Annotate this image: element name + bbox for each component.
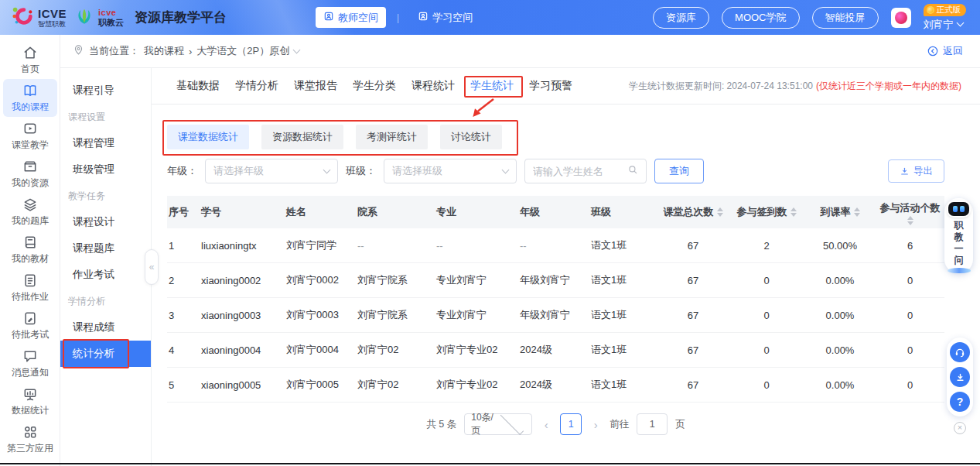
sidebar-item-home[interactable]: 首页 — [0, 41, 60, 79]
help-button[interactable]: ? — [950, 392, 970, 412]
sidebar-item-question-bank[interactable]: 我的题库 — [0, 193, 60, 231]
sidebar-item-third-party-apps[interactable]: 第三方应用 — [0, 420, 60, 458]
table-row[interactable]: 3 xiaoning0003 刘宵宁0003 刘宵宁院系 专业刘宵宁 年级刘宵宁… — [167, 298, 944, 333]
prev-page-button[interactable]: ‹ — [540, 418, 552, 431]
course-menu-item-homework-exam[interactable]: 作业考试 — [60, 262, 151, 288]
mooc-academy-link[interactable]: MOOC学院 — [722, 7, 799, 29]
tab-class-report[interactable]: 课堂报告 — [294, 79, 337, 93]
assistant-label: 职教一问 — [954, 220, 965, 266]
sidebar-item-my-resources[interactable]: 我的资源 — [0, 155, 60, 193]
course-menu-item-guide[interactable]: 课程引导 — [60, 77, 151, 104]
sidebar-item-label: 消息通知 — [12, 366, 49, 379]
table-row[interactable]: 2 xiaoning0002 刘宵宁0002 刘宵宁院系 专业刘宵宁 年级刘宵宁… — [167, 263, 944, 298]
page-size-select[interactable]: 10条/页 — [464, 413, 532, 435]
export-button[interactable]: 导出 — [888, 159, 944, 183]
tab-student-statistics[interactable]: 学生统计 — [470, 79, 514, 93]
sort-icon[interactable] — [854, 207, 860, 217]
sidebar-item-pending-exams[interactable]: 待批考试 — [0, 307, 60, 344]
page-number-1[interactable]: 1 — [560, 413, 582, 435]
sidebar-item-my-courses[interactable]: 我的课程 — [3, 79, 57, 117]
table-row[interactable]: 4 xiaoning0004 刘宵宁0004 刘宵宁02 刘宵宁专业02 202… — [167, 333, 944, 368]
sidebar-item-pending-homework[interactable]: 待批作业 — [0, 269, 60, 307]
breadcrumb-root-link[interactable]: 我的课程 — [144, 44, 184, 58]
ai-assistant-widget[interactable]: 职教一问 — [944, 198, 973, 273]
sort-icon[interactable] — [907, 216, 913, 225]
smart-casting-link[interactable]: 智能投屏 — [812, 7, 879, 29]
cell-department: 刘宵宁院系 — [356, 263, 435, 297]
subtab-resource-data[interactable]: 资源数据统计 — [261, 125, 343, 149]
logo-subtitle: 智慧职教 — [38, 21, 67, 28]
download-center-button[interactable] — [950, 367, 970, 387]
user-menu[interactable]: 正式版 刘宵宁 — [924, 4, 967, 32]
sidebar-item-notifications[interactable]: 消息通知 — [0, 344, 60, 382]
goto-page-input[interactable] — [637, 413, 668, 435]
cell-class: 语文1班 — [589, 228, 657, 262]
back-button[interactable]: 返回 — [927, 44, 963, 58]
menu-label: 作业考试 — [73, 268, 114, 282]
tab-basic-data[interactable]: 基础数据 — [176, 79, 220, 93]
pagination: 共 5 条 10条/页 ‹ 1 › 前往 页 — [167, 413, 944, 435]
cell-department: 刘宵宁02 — [356, 333, 435, 367]
student-name-input[interactable] — [533, 166, 627, 177]
robot-icon — [948, 202, 969, 216]
icve-smart-edu-logo[interactable]: ICVE 智慧职教 — [11, 5, 67, 31]
teacher-space-button[interactable]: 教师空间 — [316, 7, 386, 28]
col-header-attendance-rate[interactable]: 到课率 — [804, 196, 876, 228]
learning-space-button[interactable]: 学习空间 — [410, 7, 480, 28]
col-header-total-classes[interactable]: 课堂总次数 — [657, 196, 729, 228]
col-label: 序号 — [169, 205, 189, 219]
col-header-checkins[interactable]: 参与签到数 — [729, 196, 804, 228]
sidebar-item-my-textbooks[interactable]: 我的教材 — [0, 231, 60, 269]
download-arrow-icon — [954, 372, 966, 383]
customer-service-button[interactable] — [950, 342, 970, 362]
grade-select[interactable]: 请选择年级 — [205, 159, 338, 183]
tab-course-statistics[interactable]: 课程统计 — [411, 79, 455, 93]
cell-student-id: xiaoning0004 — [200, 333, 285, 367]
course-switcher[interactable]: 大学语文（2P）原创 — [196, 44, 299, 58]
tab-learning-warning[interactable]: 学习预警 — [529, 79, 572, 93]
subtab-assessment[interactable]: 考测评统计 — [356, 125, 428, 149]
sort-icon[interactable] — [717, 207, 723, 217]
class-select[interactable]: 请选择班级 — [384, 159, 517, 183]
sort-icon[interactable] — [790, 207, 797, 217]
chevron-down-icon — [500, 411, 523, 434]
course-menu-item-statistical-analysis[interactable]: 统计分析 — [60, 341, 151, 367]
cell-index: 2 — [167, 263, 200, 297]
cell-class: 语文1班 — [589, 333, 657, 367]
subtab-classroom-data[interactable]: 课堂数据统计 — [167, 125, 249, 149]
cell-major: 专业刘宵宁 — [435, 298, 518, 332]
main-content: 基础数据 学情分析 课堂报告 学生分类 课程统计 学生统计 学习预警 学生统计数… — [152, 68, 980, 466]
course-menu-item-course-management[interactable]: 课程管理 — [60, 130, 151, 156]
course-menu-item-course-design[interactable]: 课程设计 — [60, 209, 151, 235]
cell-grade: 年级刘宵宁 — [518, 263, 589, 297]
filter-bar: 年级： 请选择年级 班级： 请选择班级 查询 导出 — [167, 159, 980, 183]
col-label: 参与签到数 — [737, 205, 787, 219]
tab-student-classification[interactable]: 学生分类 — [353, 79, 396, 93]
table-row[interactable]: 1 liuxiaoningtx 刘宵宁同学 -- -- -- 语文1班 67 2… — [167, 228, 944, 263]
course-menu-item-class-management[interactable]: 班级管理 — [60, 156, 151, 183]
course-menu-item-course-grades[interactable]: 课程成绩 — [60, 314, 151, 341]
sidebar-item-label: 待批考试 — [12, 328, 49, 341]
cell-index: 4 — [167, 333, 200, 367]
sidebar-item-classroom-teaching[interactable]: 课堂教学 — [0, 117, 60, 155]
sidebar-collapse-handle[interactable]: « — [145, 249, 159, 285]
sidebar-item-data-statistics[interactable]: 数据统计 — [0, 382, 60, 420]
grade-filter-label: 年级： — [167, 164, 197, 178]
close-floating-toolbar-button[interactable]: × — [954, 422, 966, 434]
next-page-button[interactable]: › — [589, 418, 602, 431]
col-header-activities[interactable]: 参与活动个数 — [876, 196, 944, 228]
subtab-discussion[interactable]: 讨论统计 — [440, 125, 502, 149]
table-row[interactable]: 5 xiaoning0005 刘宵宁0005 刘宵宁02 刘宵宁专业02 202… — [167, 368, 944, 403]
search-icon[interactable] — [627, 164, 638, 178]
resource-library-link[interactable]: 资源库 — [653, 7, 709, 29]
cell-total-classes: 67 — [657, 228, 729, 262]
sidebar-item-label: 我的题库 — [12, 214, 49, 228]
query-button[interactable]: 查询 — [654, 159, 704, 183]
course-menu-item-course-question-bank[interactable]: 课程题库 — [60, 235, 151, 262]
user-avatar[interactable] — [891, 8, 911, 28]
tab-learning-analysis[interactable]: 学情分析 — [235, 79, 278, 93]
icve-cloud-logo[interactable]: icve 职教云 — [74, 6, 124, 29]
cell-student-id: xiaoning0003 — [200, 298, 285, 332]
document-pen-icon — [22, 310, 38, 326]
question-mark-icon: ? — [957, 396, 964, 408]
